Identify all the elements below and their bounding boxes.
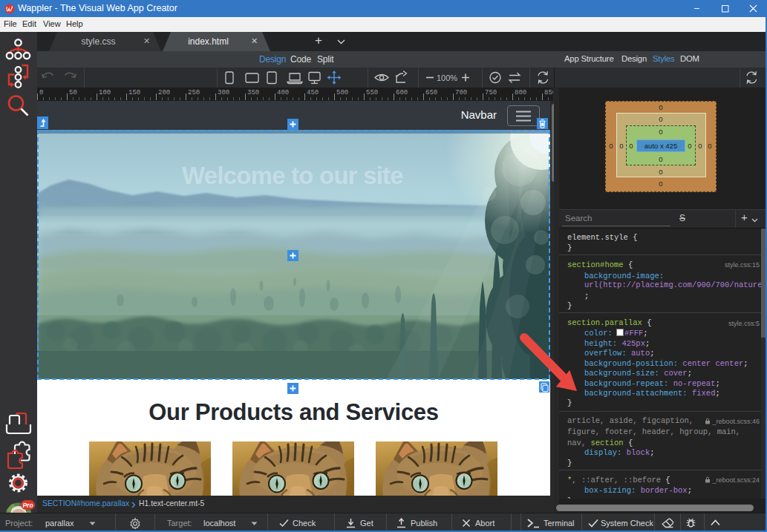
svg-text:Welcome to our site: Welcome to our site [182, 162, 403, 189]
svg-text:Pro: Pro [22, 502, 33, 509]
svg-text:100%: 100% [437, 73, 457, 82]
